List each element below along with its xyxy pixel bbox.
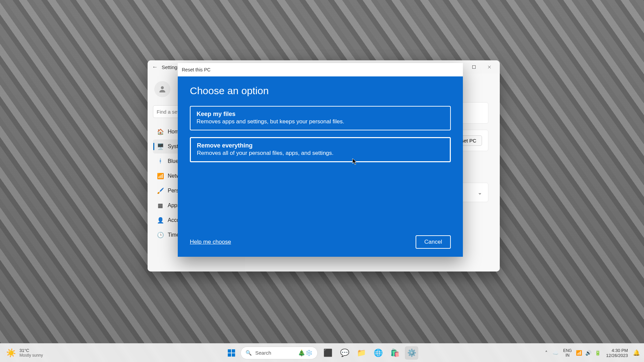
clock-icon: 🕒 [157, 232, 164, 239]
chevron-up-icon[interactable]: ˄ [542, 350, 550, 356]
svg-rect-1 [473, 66, 476, 69]
avatar[interactable] [154, 81, 170, 97]
cancel-button[interactable]: Cancel [416, 235, 451, 249]
back-icon[interactable]: ← [150, 64, 160, 70]
weather-temp: 31°C [19, 348, 43, 353]
task-search[interactable]: 🔍 Search 🎄❄️ [240, 347, 318, 359]
weather-desc: Mostly sunny [19, 353, 43, 358]
svg-rect-10 [228, 353, 231, 357]
edge-button[interactable]: 🌐 [371, 346, 385, 360]
person-icon: 👤 [157, 217, 164, 224]
wifi-icon: 📶 [157, 173, 164, 180]
system-icon: 🖥️ [157, 143, 164, 150]
battery-icon[interactable]: 🔋 [594, 350, 602, 356]
taskbar: ☀️ 31°C Mostly sunny 🔍 Search 🎄❄️ ⬛ [0, 343, 644, 362]
brush-icon: 🖌️ [157, 187, 164, 194]
chat-button[interactable]: 💬 [338, 346, 351, 360]
search-icon: 🔍 [246, 350, 252, 356]
settings-taskbar-button[interactable]: ⚙️ [405, 346, 418, 360]
option-desc: Removes all of your personal files, apps… [197, 150, 444, 157]
chevron-down-icon: ⌄ [478, 189, 482, 196]
bluetooth-icon: ᚼ [157, 158, 164, 165]
store-button[interactable]: 🛍️ [388, 346, 401, 360]
svg-rect-8 [228, 349, 231, 353]
start-button[interactable] [226, 347, 237, 359]
option-remove-everything[interactable]: Remove everything Removes all of your pe… [190, 137, 451, 162]
language-indicator[interactable]: ENG IN [561, 348, 574, 358]
apps-icon: ▦ [157, 202, 164, 209]
modal-heading: Choose an option [190, 85, 451, 97]
reset-modal: Reset this PC Choose an option Keep my f… [178, 63, 463, 257]
option-desc: Removes apps and settings, but keeps you… [197, 118, 444, 125]
desktop: ← Settings [0, 0, 644, 362]
option-keep-files[interactable]: Keep my files Removes apps and settings,… [190, 106, 451, 130]
system-tray: ˄ ☁️ ENG IN 📶 🔊 🔋 4:30 PM 12/26/2023 🔔 [542, 348, 644, 358]
home-icon: 🏠 [157, 128, 164, 135]
clock[interactable]: 4:30 PM 12/26/2023 [603, 348, 631, 358]
svg-rect-9 [232, 349, 235, 353]
file-explorer-button[interactable]: 📁 [355, 346, 368, 360]
svg-point-4 [161, 86, 164, 89]
option-title: Remove everything [197, 142, 444, 149]
modal-title: Reset this PC [178, 63, 463, 76]
close-button[interactable] [482, 60, 497, 74]
task-view-button[interactable]: ⬛ [321, 346, 334, 360]
option-title: Keep my files [197, 111, 444, 118]
onedrive-icon[interactable]: ☁️ [552, 350, 560, 356]
svg-rect-11 [232, 353, 235, 357]
search-decor-icon: 🎄❄️ [298, 349, 313, 357]
wifi-tray-icon[interactable]: 📶 [575, 350, 583, 356]
notification-icon[interactable]: 🔔 [632, 349, 641, 356]
volume-icon[interactable]: 🔊 [585, 350, 593, 356]
window-title: Settings [162, 64, 180, 70]
task-search-placeholder: Search [255, 350, 271, 356]
maximize-button[interactable] [466, 60, 482, 74]
help-me-choose-link[interactable]: Help me choose [190, 239, 231, 245]
sun-icon: ☀️ [6, 348, 16, 358]
weather-widget[interactable]: ☀️ 31°C Mostly sunny [0, 348, 49, 358]
